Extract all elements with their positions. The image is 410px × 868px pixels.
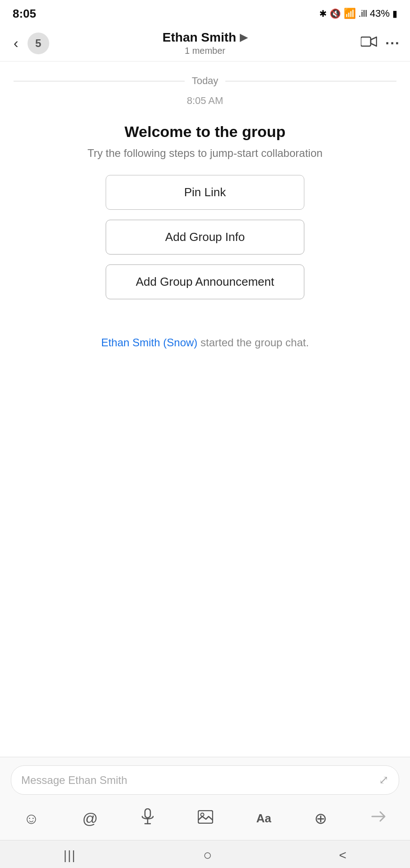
date-line-right — [225, 81, 396, 81]
bluetooth-icon: ✱ — [319, 8, 327, 19]
svg-rect-5 — [198, 811, 213, 823]
add-group-announcement-button[interactable]: Add Group Announcement — [106, 264, 304, 299]
home-button[interactable]: ○ — [203, 847, 212, 863]
font-button[interactable]: Aa — [253, 810, 275, 827]
date-divider: Today — [14, 75, 396, 87]
mention-button[interactable]: @ — [79, 808, 102, 829]
chevron-right-icon[interactable]: ▶ — [240, 32, 247, 43]
message-timestamp: 8:05 AM — [0, 95, 410, 107]
system-nav-bar: ||| ○ < — [0, 840, 410, 868]
message-input[interactable]: Message Ethan Smith — [21, 774, 379, 787]
date-label: Today — [192, 75, 219, 87]
pin-link-button[interactable]: Pin Link — [106, 175, 304, 210]
battery-icon: ▮ — [392, 8, 397, 19]
more-options-button[interactable]: ··· — [385, 35, 400, 52]
input-area: Message Ethan Smith ⤢ ☺ @ Aa ⊕ — [0, 757, 410, 840]
mic-button[interactable] — [137, 807, 158, 830]
status-icons: ✱ 🔇 📶 .ill 43% ▮ — [319, 8, 397, 19]
group-notice-text: started the group chat. — [197, 336, 309, 349]
expand-icon[interactable]: ⤢ — [379, 773, 389, 787]
navbar-left: ‹ 5 — [10, 33, 49, 54]
welcome-section: Welcome to the group Try the following s… — [0, 123, 410, 309]
emoji-button[interactable]: ☺ — [20, 808, 43, 829]
chat-name: Ethan Smith — [163, 30, 236, 45]
add-button[interactable]: ⊕ — [311, 807, 331, 829]
wifi-icon: 📶 — [344, 8, 356, 19]
battery-text: 43% — [370, 8, 390, 19]
system-back-button[interactable]: < — [339, 848, 346, 863]
navbar: ‹ 5 Ethan Smith ▶ 1 member ··· — [0, 25, 410, 61]
navbar-center: Ethan Smith ▶ 1 member — [49, 30, 361, 56]
video-call-button[interactable] — [361, 35, 377, 51]
group-notice: Ethan Smith (Snow) started the group cha… — [0, 336, 410, 349]
send-button[interactable] — [367, 807, 390, 830]
date-line-left — [14, 81, 185, 81]
toolbar: ☺ @ Aa ⊕ — [11, 802, 399, 835]
add-group-info-button[interactable]: Add Group Info — [106, 220, 304, 255]
recent-apps-button[interactable]: ||| — [64, 848, 76, 863]
chat-area: Today 8:05 AM Welcome to the group Try t… — [0, 61, 410, 757]
svg-rect-2 — [145, 809, 150, 818]
status-bar: 8:05 ✱ 🔇 📶 .ill 43% ▮ — [0, 0, 410, 25]
member-count: 1 member — [49, 46, 361, 56]
back-button[interactable]: ‹ — [10, 33, 22, 53]
svg-marker-1 — [371, 37, 377, 46]
image-button[interactable] — [194, 808, 217, 829]
navbar-right: ··· — [361, 35, 400, 52]
welcome-title: Welcome to the group — [125, 123, 285, 141]
badge: 5 — [28, 33, 49, 54]
signal-bars: .ill — [359, 9, 367, 19]
status-time: 8:05 — [13, 7, 36, 21]
svg-rect-0 — [361, 37, 371, 46]
svg-point-6 — [200, 813, 204, 816]
message-input-row: Message Ethan Smith ⤢ — [11, 765, 399, 795]
navbar-title: Ethan Smith ▶ — [49, 30, 361, 45]
mute-icon: 🔇 — [330, 8, 341, 19]
group-creator-link[interactable]: Ethan Smith (Snow) — [101, 336, 197, 349]
welcome-subtitle: Try the following steps to jump-start co… — [88, 147, 323, 160]
